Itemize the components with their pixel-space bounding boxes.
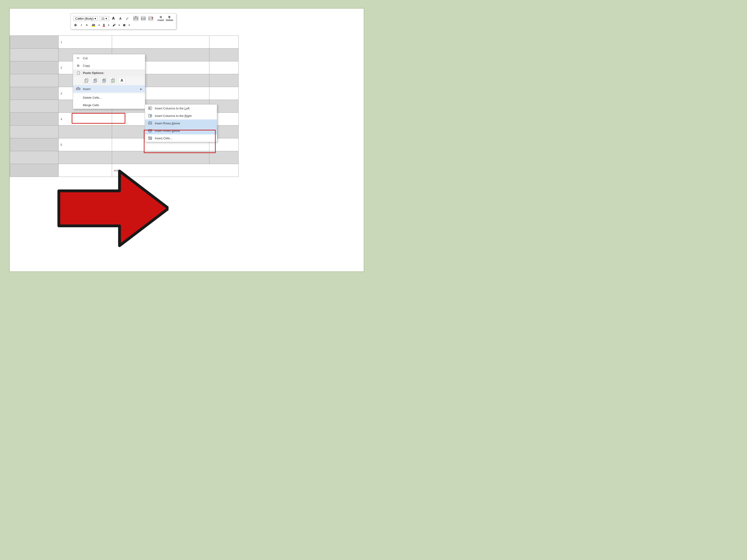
cut-menu-item[interactable]: ✂ Cut <box>73 54 145 62</box>
paste-options-header: 📋 Paste Options: <box>73 69 145 76</box>
table-cell[interactable] <box>59 164 112 177</box>
grow-font-icon[interactable]: A <box>111 16 116 21</box>
table-cell[interactable] <box>10 164 59 177</box>
border-icon[interactable]: ⊞ <box>122 23 126 27</box>
font-name-label: Calibri (Body) <box>75 17 94 20</box>
insert-below-icon[interactable] <box>141 16 146 21</box>
insert-cells-icon <box>148 136 152 140</box>
paste-icon-5[interactable]: A <box>118 77 125 84</box>
svg-rect-46 <box>149 138 150 139</box>
table-cell[interactable] <box>59 151 112 164</box>
svg-rect-10 <box>84 79 87 83</box>
paste-icon-1[interactable] <box>83 77 90 84</box>
paste-icon: 📋 <box>76 71 80 75</box>
table-cell[interactable] <box>10 100 59 113</box>
highlight-dropdown[interactable]: ▾ <box>99 24 100 26</box>
table-cell[interactable] <box>10 113 59 126</box>
insert-rows-above-item[interactable]: Insert Rows Above <box>145 119 217 127</box>
table-cell[interactable] <box>10 151 59 164</box>
clear-format-icon[interactable]: 🖊 <box>125 16 130 21</box>
font-color-dropdown[interactable]: ▾ <box>108 24 109 26</box>
merge-cells-menu-item[interactable]: Merge Cells <box>73 101 145 109</box>
resize-handle[interactable] <box>145 223 148 226</box>
table-cell[interactable] <box>10 126 59 138</box>
svg-marker-27 <box>77 87 79 87</box>
table-cell[interactable]: ent <box>112 164 238 177</box>
svg-rect-16 <box>95 80 96 81</box>
insert-icon: ⊞ <box>160 16 162 19</box>
table-cell[interactable] <box>10 61 59 74</box>
insert-cols-left-item[interactable]: Insert Columns to the Left <box>145 105 217 112</box>
delete-cells-icon <box>76 95 80 100</box>
insert-menu-label: Insert <box>83 87 138 91</box>
table-cell[interactable] <box>10 49 59 61</box>
insert-above-icon[interactable] <box>133 16 138 21</box>
font-color-icon[interactable]: A <box>102 23 106 27</box>
shading-dropdown[interactable]: ▾ <box>119 24 120 26</box>
font-size-label: 11 <box>101 17 105 20</box>
insert-cols-right-item[interactable]: Insert Columns to the Right <box>145 112 217 119</box>
delete-cells-menu-item[interactable]: Delete Cells... <box>73 94 145 101</box>
insert-rows-below-item[interactable]: Insert Rows Below <box>145 127 217 134</box>
border-dropdown[interactable]: ▾ <box>129 24 130 26</box>
table-cell[interactable] <box>209 49 238 61</box>
mini-toolbar: Calibri (Body) ▾ 11 ▾ A A 🖊 <box>71 13 176 29</box>
table-cell[interactable] <box>112 36 209 49</box>
table-cell[interactable] <box>10 36 59 49</box>
table-cell[interactable] <box>209 61 238 74</box>
insert-menu-item[interactable]: Insert ▶ <box>73 85 145 92</box>
align-icon[interactable]: ≡ <box>85 23 89 27</box>
copy-menu-item[interactable]: ⧉ Copy <box>73 62 145 69</box>
font-name-selector[interactable]: Calibri (Body) ▾ <box>74 16 98 21</box>
font-size-dropdown-icon[interactable]: ▾ <box>105 17 107 20</box>
table-cell[interactable] <box>209 151 238 164</box>
insert-rows-below-label: Insert Rows Below <box>155 129 214 133</box>
table-cell[interactable]: 5 <box>59 138 112 151</box>
insert-delete-area: ⊞ Insert 🗑 Delete <box>158 16 173 22</box>
table-cell[interactable] <box>10 74 59 87</box>
table-cell[interactable] <box>59 126 112 138</box>
svg-rect-36 <box>149 123 152 124</box>
svg-rect-4 <box>141 17 145 19</box>
table-cell[interactable]: 4 <box>59 113 112 126</box>
table-cell[interactable] <box>209 87 238 100</box>
copy-icon: ⧉ <box>76 63 80 68</box>
paste-icons-row: A <box>73 76 145 85</box>
table-cell[interactable] <box>10 87 59 100</box>
paste-icon-2[interactable] <box>92 77 99 84</box>
cut-icon: ✂ <box>76 56 80 60</box>
table-cell[interactable] <box>209 74 238 87</box>
insert-rows-above-icon <box>148 121 152 126</box>
insert-cells-item[interactable]: Insert Cells... <box>145 134 217 142</box>
table-cell[interactable] <box>209 36 238 49</box>
insert-button[interactable]: ⊞ Insert <box>158 16 164 22</box>
table-cell[interactable] <box>10 138 59 151</box>
svg-rect-23 <box>112 80 114 81</box>
table-cell[interactable]: 1 <box>59 36 112 49</box>
paste-icon-4[interactable] <box>109 77 117 84</box>
merge-cells-icon <box>76 103 80 107</box>
bold-button[interactable]: B <box>74 23 77 27</box>
table-row <box>10 151 238 164</box>
svg-rect-24 <box>76 88 80 89</box>
shrink-font-icon[interactable]: A <box>118 16 123 21</box>
font-size-selector[interactable]: 11 ▾ <box>100 16 109 21</box>
shading-icon[interactable]: 🖌 <box>111 23 116 27</box>
main-container: Calibri (Body) ▾ 11 ▾ A A 🖊 <box>9 8 364 272</box>
svg-rect-40 <box>149 130 152 131</box>
italic-button[interactable]: I <box>80 23 83 27</box>
insert-cols-left-icon <box>148 106 152 111</box>
copy-label: Copy <box>83 64 142 68</box>
delete-row-icon[interactable] <box>148 16 153 21</box>
insert-arrow-icon: ▶ <box>140 88 142 90</box>
insert-rows-above-label: Insert Rows Above <box>155 122 214 125</box>
cut-label: Cut <box>83 56 142 60</box>
insert-cols-right-label: Insert Columns to the Right <box>155 114 214 117</box>
svg-marker-3 <box>135 16 136 17</box>
svg-rect-25 <box>76 89 80 90</box>
highlight-icon[interactable]: ab <box>91 23 96 27</box>
table-cell[interactable] <box>112 151 209 164</box>
paste-icon-3[interactable] <box>101 77 108 84</box>
delete-button[interactable]: 🗑 Delete <box>166 16 173 22</box>
font-name-dropdown-icon[interactable]: ▾ <box>95 17 96 20</box>
